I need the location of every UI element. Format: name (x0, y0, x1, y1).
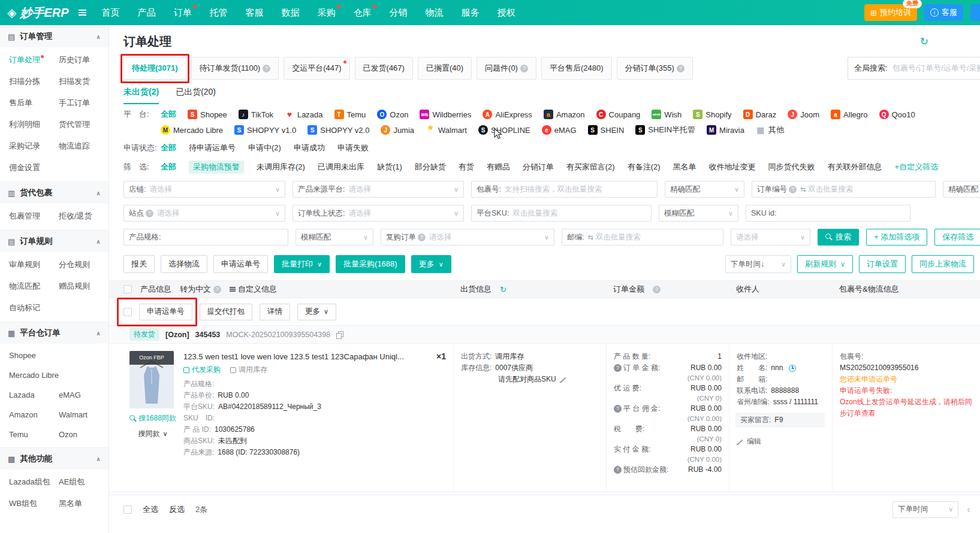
sidebar-item-package-management[interactable]: 包裹管理 (9, 211, 59, 222)
status-applying[interactable]: 申请中(2) (248, 143, 281, 153)
order-reference[interactable]: MOCK-2025021009395504398 (226, 331, 330, 339)
filter-with-note[interactable]: 有备注(2) (628, 162, 661, 172)
nav-customer-service[interactable]: 客服 (237, 0, 273, 25)
nav-data[interactable]: 数据 (273, 0, 309, 25)
select-all-link[interactable]: 全选 (143, 504, 158, 515)
order-settings-button[interactable]: 订单设置 (859, 255, 906, 273)
field-order-match-select[interactable]: 精确匹配∨ (943, 181, 980, 198)
support-button[interactable]: i 客服 (924, 4, 963, 21)
sidebar-section-order-management[interactable]: ▤ 订单管理 ∧ (0, 25, 108, 47)
filter-not-called-stock[interactable]: 未调用库存(2) (257, 162, 305, 172)
nav-home[interactable]: 首页 (93, 0, 129, 25)
menu-collapse-icon[interactable] (73, 12, 93, 13)
subtab-not-shipped[interactable]: 未出货(2) (123, 87, 159, 104)
row-select-checkbox[interactable] (123, 308, 132, 316)
filter-in-stock[interactable]: 有货 (459, 162, 474, 172)
filter-external-info[interactable]: 有关联外部信息 (828, 162, 882, 172)
global-search-input[interactable]: 全局搜索: 包裹号/订单号/运单号/采购单号 (848, 57, 980, 80)
sidebar-item-scan-sorting[interactable]: 扫描分拣 (9, 76, 59, 87)
platform-lazada[interactable]: ♥Lazada (285, 110, 323, 119)
platform-joom[interactable]: JJoom (788, 110, 819, 119)
batch-print-button[interactable]: 批量打印∨ (274, 255, 330, 273)
field-order-number[interactable]: 订单编号?⇆双击批量搜索 (752, 181, 936, 198)
filter-partial-out-of-stock[interactable]: 部分缺货 (415, 162, 446, 172)
footer-sort-select[interactable]: 下单时间∨ (892, 501, 958, 518)
status-awaiting-tracking[interactable]: 待申请运单号 (189, 143, 236, 153)
field-shop[interactable]: 店铺:请选择∨ (123, 181, 285, 198)
field-site[interactable]: 站点?请选择∨ (123, 205, 285, 222)
clock-icon[interactable] (789, 365, 796, 372)
sidebar-item-warehouse-split-rules[interactable]: 分仓规则 (59, 259, 108, 270)
sidebar-item-audit-rules[interactable]: 审单规则 (9, 259, 59, 270)
field-package-number[interactable]: 包裹号:支持扫描搜索，双击批量搜索 (471, 181, 658, 198)
platform-shopyy-v2[interactable]: SSHOPYY v2.0 (307, 125, 369, 135)
filter-with-gift[interactable]: 有赠品 (487, 162, 510, 172)
order-time-sort-select[interactable]: 下单时间↓∨ (725, 255, 791, 273)
sidebar-section-forwarder-packages[interactable]: ▥ 货代包裹 ∧ (0, 181, 108, 204)
select-all-checkbox[interactable] (123, 285, 132, 293)
nav-authorization[interactable]: 授权 (489, 0, 524, 25)
sidebar-item-commission-settings[interactable]: 佣金设置 (9, 162, 59, 173)
refresh-icon[interactable]: ↻ (500, 285, 506, 294)
detail-button[interactable]: 详情 (260, 304, 290, 320)
sidebar-item-lazada[interactable]: Lazada (9, 390, 59, 399)
platform-aliexpress[interactable]: AAliExpress (483, 110, 532, 119)
sidebar-item-history-orders[interactable]: 历史订单 (59, 54, 108, 65)
nav-purchase[interactable]: 采购 (309, 0, 345, 25)
footer-select-checkbox[interactable] (123, 505, 132, 514)
package-number[interactable]: MS20250210093955016 (840, 362, 973, 374)
sidebar-section-order-rules[interactable]: ▤ 订单规则 ∧ (0, 230, 108, 252)
tab-on-hold[interactable]: 已搁置(40) (418, 57, 472, 80)
sidebar-item-profit-details[interactable]: 利润明细 (9, 119, 59, 130)
use-stock-tag[interactable]: 调用库存 (230, 364, 267, 375)
nav-orders[interactable]: 订单 (165, 0, 201, 25)
app-logo[interactable]: ◈ 妙手ERP (0, 5, 73, 21)
sidebar-item-logistics-matching[interactable]: 物流匹配 (9, 281, 59, 292)
tab-pending[interactable]: 待处理(3071) (123, 57, 186, 80)
tab-handover-platform[interactable]: 交运平台(447) (284, 57, 349, 80)
sidebar-section-platform-warehouse-orders[interactable]: ▦ 平台仓订单 ∧ (0, 322, 108, 344)
platform-wish[interactable]: wishWish (652, 110, 682, 119)
sidebar-item-order-processing[interactable]: 订单处理 (9, 54, 59, 65)
sync-upstream-logistics-button[interactable]: 同步上家物流 (912, 255, 974, 273)
filter-buyer-message[interactable]: 有买家留言(2) (566, 162, 615, 172)
add-filter-button[interactable]: + 添加筛选项 (866, 229, 927, 246)
sidebar-item-emag[interactable]: eMAG (59, 390, 108, 399)
sidebar-item-blacklist[interactable]: 黑名单 (59, 498, 108, 509)
filter-purchase-logistics-warning[interactable]: 采购物流预警 (189, 160, 244, 174)
platform-all[interactable]: 全部 (161, 109, 176, 120)
filter-custom[interactable]: +自定义筛选 (895, 162, 939, 172)
edit-icon[interactable] (560, 376, 567, 383)
sidebar-item-temu[interactable]: Temu (9, 430, 59, 439)
search-same-link[interactable]: 搜同款∨ (129, 428, 176, 440)
refresh-rules-button[interactable]: 刷新规则∨ (797, 255, 853, 273)
platform-other[interactable]: ▦其他 (756, 125, 784, 135)
sidebar-item-gift-rules[interactable]: 赠品规则 (59, 281, 108, 292)
nav-services[interactable]: 服务 (453, 0, 489, 25)
sidebar-item-ae-bundle[interactable]: AE组包 (59, 477, 108, 487)
field-zipcode[interactable]: 邮编:⇆双击批量搜索 (562, 229, 723, 246)
nav-warehouse[interactable]: 仓库 (345, 0, 381, 25)
platform-allegro[interactable]: aAllegro (831, 110, 867, 119)
field-zipcode-select[interactable]: 请选择∨ (731, 229, 810, 246)
copy-icon[interactable] (336, 331, 343, 338)
filter-all[interactable]: 全部 (161, 162, 176, 172)
platform-tiktok[interactable]: ♪TikTok (239, 110, 273, 119)
product-image[interactable]: Ozon FBP (129, 351, 174, 408)
sidebar-item-mercado-libre[interactable]: Mercado Libre (9, 371, 108, 380)
nav-products[interactable]: 产品 (129, 0, 165, 25)
platform-temu[interactable]: TTemu (334, 110, 366, 119)
sidebar-item-forwarder-management[interactable]: 货代管理 (59, 119, 108, 130)
platform-mercado-libre[interactable]: MMercado Libre (161, 125, 223, 135)
field-package-match-select[interactable]: 精确匹配∨ (665, 181, 744, 198)
training-button[interactable]: ⊞ 预约培训 免费 (864, 4, 917, 21)
platform-amazon[interactable]: aAmazon (544, 110, 585, 119)
sidebar-item-amazon[interactable]: Amazon (9, 410, 59, 419)
platform-shopyy-v1[interactable]: SSHOPYY v1.0 (234, 125, 296, 135)
tab-platform-aftersale[interactable]: 平台售后(2480) (541, 57, 612, 80)
choose-logistics-button[interactable]: 选择物流 (161, 255, 207, 273)
search-button[interactable]: 搜索 (818, 229, 859, 246)
field-product-spec[interactable]: 产品规格: (123, 229, 288, 246)
product-title[interactable]: 123.5 wen test1 love wen love 123.5 test… (183, 351, 430, 362)
status-all[interactable]: 全部 (161, 143, 176, 153)
